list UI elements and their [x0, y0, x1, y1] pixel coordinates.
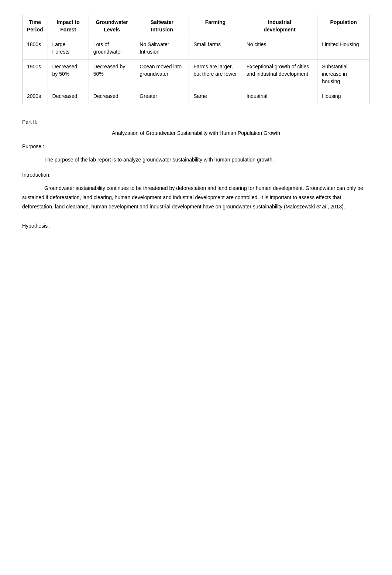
- col-header-forest: Impact toForest: [48, 15, 89, 37]
- cell-2000s-groundwater: Decreased: [89, 89, 135, 104]
- intro-body: Groundwater sustainability continues to …: [22, 184, 370, 212]
- cell-1800s-saltwater: No Saltwater Intrusion: [135, 37, 189, 59]
- cell-1900s-forest: Decreased by 50%: [48, 59, 89, 89]
- cell-1900s-industrial: Exceptional growth of cities and industr…: [242, 59, 317, 89]
- col-header-groundwater: GroundwaterLevels: [89, 15, 135, 37]
- cell-1900s-saltwater: Ocean moved into groundwater: [135, 59, 189, 89]
- col-header-industrial: Industrialdevelopment: [242, 15, 317, 37]
- cell-1900s-farming: Farms are larger, but there are fewer: [189, 59, 242, 89]
- purpose-body: The purpose of the lab report is to anal…: [22, 155, 370, 164]
- col-header-farming: Farming: [189, 15, 242, 37]
- cell-2000s-time: 2000s: [23, 89, 48, 104]
- part2-subtitle: Analyzation of Groundwater Sustainabilit…: [22, 130, 370, 136]
- cell-2000s-farming: Same: [189, 89, 242, 104]
- table-row: 2000s Decreased Decreased Greater Same I…: [23, 89, 370, 104]
- part2-section: Part II: Analyzation of Groundwater Sust…: [22, 119, 370, 229]
- col-header-population: Population: [317, 15, 370, 37]
- hypothesis-heading: Hypothesis :: [22, 223, 370, 229]
- table-row: 1800s Large Forests Lots of groundwater …: [23, 37, 370, 59]
- cell-1800s-farming: Small farms: [189, 37, 242, 59]
- cell-1800s-forest: Large Forests: [48, 37, 89, 59]
- cell-1900s-population: Substantial increase in housing: [317, 59, 370, 89]
- cell-2000s-saltwater: Greater: [135, 89, 189, 104]
- intro-heading: Introduction:: [22, 172, 370, 178]
- table-row: 1900s Decreased by 50% Decreased by 50% …: [23, 59, 370, 89]
- intro-italic: et al: [316, 204, 326, 210]
- col-header-saltwater: SaltwaterIntrusion: [135, 15, 189, 37]
- cell-1900s-groundwater: Decreased by 50%: [89, 59, 135, 89]
- table-header-row: TimePeriod Impact toForest GroundwaterLe…: [23, 15, 370, 37]
- cell-2000s-industrial: Industrial: [242, 89, 317, 104]
- cell-1800s-population: Limited Housing: [317, 37, 370, 59]
- cell-1900s-time: 1900s: [23, 59, 48, 89]
- cell-2000s-forest: Decreased: [48, 89, 89, 104]
- intro-body-text2: ., 2013).: [326, 204, 345, 210]
- cell-1800s-industrial: No cities: [242, 37, 317, 59]
- purpose-heading: Purpose :: [22, 143, 370, 149]
- intro-body-text1: Groundwater sustainability continues to …: [22, 185, 363, 210]
- cell-1800s-time: 1800s: [23, 37, 48, 59]
- cell-1800s-groundwater: Lots of groundwater: [89, 37, 135, 59]
- data-table: TimePeriod Impact toForest GroundwaterLe…: [22, 15, 370, 104]
- cell-2000s-population: Housing: [317, 89, 370, 104]
- part2-heading: Part II:: [22, 119, 370, 125]
- col-header-time: TimePeriod: [23, 15, 48, 37]
